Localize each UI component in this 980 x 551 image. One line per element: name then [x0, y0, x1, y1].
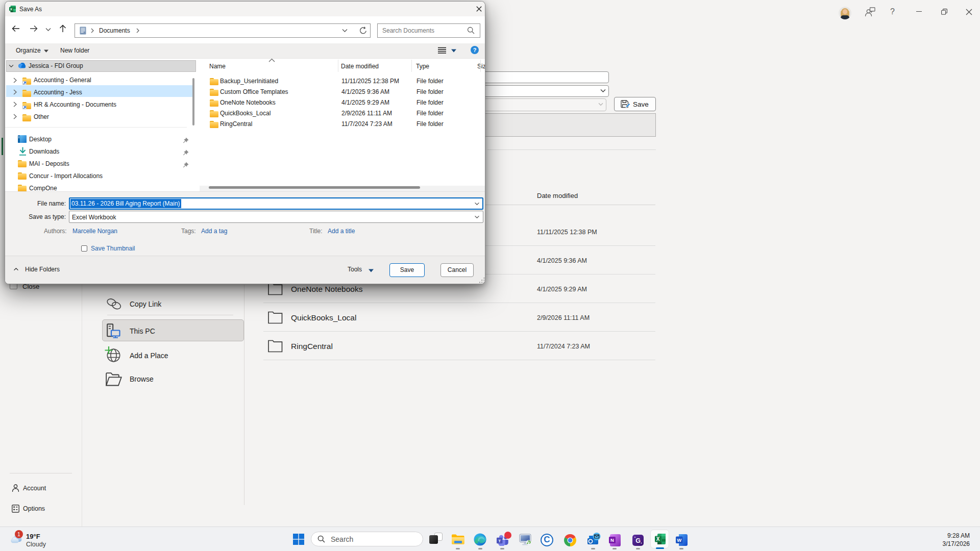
svg-text:X: X — [656, 536, 660, 542]
svg-text:T: T — [498, 539, 501, 543]
svg-text:G: G — [635, 537, 641, 544]
svg-text:W: W — [677, 537, 681, 543]
svg-text:N: N — [610, 537, 614, 543]
